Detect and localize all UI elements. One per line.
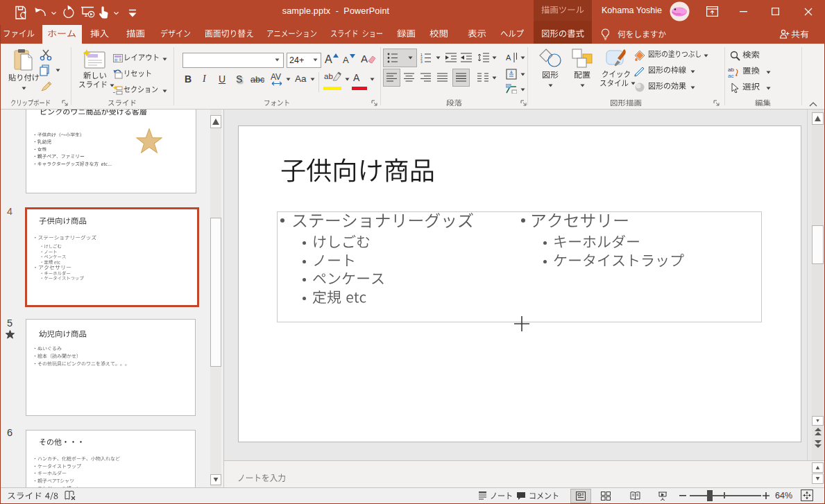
svg-text:ab: ab (728, 67, 734, 73)
svg-text:3: 3 (420, 60, 423, 63)
svg-text:ac: ac (728, 73, 733, 78)
svg-text:A: A (506, 53, 511, 62)
